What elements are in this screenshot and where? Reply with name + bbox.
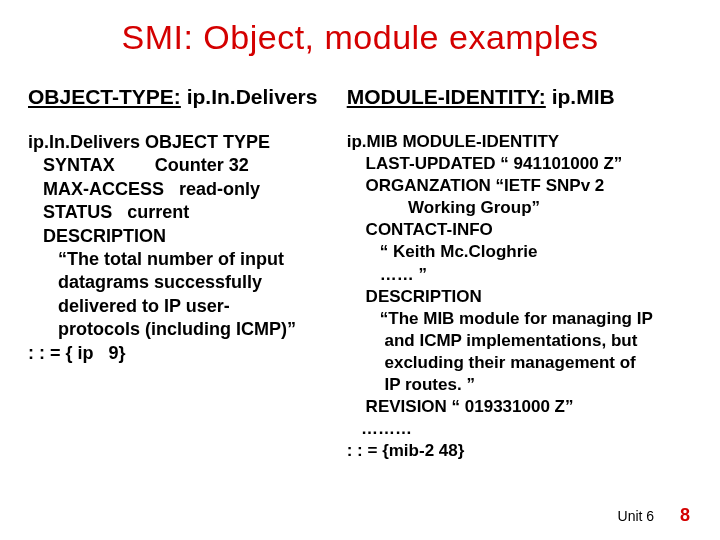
body-line: ip.In.Delivers OBJECT TYPE (28, 131, 347, 154)
object-type-body: ip.In.Delivers OBJECT TYPE SYNTAX Counte… (28, 131, 347, 365)
right-column: MODULE-IDENTITY: ip.MIB ip.MIB MODULE-ID… (347, 85, 692, 462)
object-type-name: ip.In.Delivers (181, 85, 318, 108)
body-line: STATUS current (28, 201, 347, 224)
body-line: ……… (347, 418, 692, 440)
module-identity-name: ip.MIB (546, 85, 615, 108)
body-line: : : = {mib-2 48} (347, 440, 692, 462)
unit-label: Unit 6 (618, 508, 655, 524)
body-line: …… ” (347, 264, 692, 286)
slide-footer: Unit 6 8 (618, 505, 690, 526)
body-line: excluding their management of (347, 352, 692, 374)
body-line: protocols (including ICMP)” (28, 318, 347, 341)
body-line: and ICMP implementations, but (347, 330, 692, 352)
body-line: : : = { ip 9} (28, 342, 347, 365)
slide: SMI: Object, module examples OBJECT-TYPE… (0, 0, 720, 540)
body-line: SYNTAX Counter 32 (28, 154, 347, 177)
body-line: datagrams successfully (28, 271, 347, 294)
module-identity-heading: MODULE-IDENTITY: ip.MIB (347, 85, 692, 109)
body-line: IP routes. ” (347, 374, 692, 396)
body-line: MAX-ACCESS read-only (28, 178, 347, 201)
body-line: ORGANZATION “IETF SNPv 2 (347, 175, 692, 197)
object-type-label: OBJECT-TYPE: (28, 85, 181, 108)
body-line: LAST-UPDATED “ 941101000 Z” (347, 153, 692, 175)
body-line: “The MIB module for managing IP (347, 308, 692, 330)
body-line: DESCRIPTION (347, 286, 692, 308)
body-line: ip.MIB MODULE-IDENTITY (347, 131, 692, 153)
page-number: 8 (680, 505, 690, 525)
content-columns: OBJECT-TYPE: ip.In.Delivers ip.In.Delive… (0, 57, 720, 462)
body-line: DESCRIPTION (28, 225, 347, 248)
slide-title: SMI: Object, module examples (0, 0, 720, 57)
body-line: “The total number of input (28, 248, 347, 271)
module-identity-body: ip.MIB MODULE-IDENTITY LAST-UPDATED “ 94… (347, 131, 692, 462)
body-line: “ Keith Mc.Cloghrie (347, 241, 692, 263)
body-line: REVISION “ 019331000 Z” (347, 396, 692, 418)
module-identity-label: MODULE-IDENTITY: (347, 85, 546, 108)
object-type-heading: OBJECT-TYPE: ip.In.Delivers (28, 85, 347, 109)
left-column: OBJECT-TYPE: ip.In.Delivers ip.In.Delive… (28, 85, 347, 462)
body-line: CONTACT-INFO (347, 219, 692, 241)
body-line: delivered to IP user- (28, 295, 347, 318)
body-line: Working Group” (347, 197, 692, 219)
